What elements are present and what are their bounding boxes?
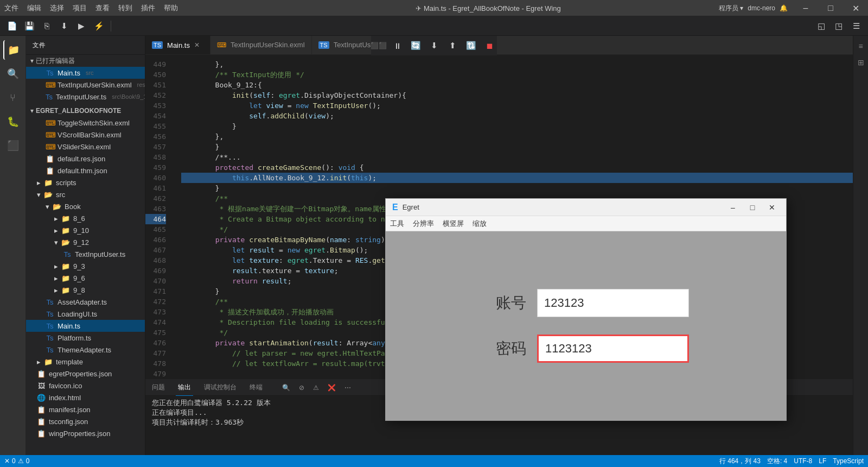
menu-item-help[interactable]: 帮助	[164, 3, 178, 13]
file-tsconfig[interactable]: 📋 tsconfig.json	[26, 415, 145, 427]
debug-reload-btn[interactable]: 🔄	[408, 38, 423, 53]
file-favicon[interactable]: 🖼 favicon.ico	[26, 380, 145, 392]
folder-912[interactable]: 📂 9_12	[26, 236, 145, 248]
outline-icon[interactable]: ⊞	[855, 56, 867, 68]
user-role-label[interactable]: 程序员 ▾	[719, 4, 743, 13]
file-default-res[interactable]: 📋 default.res.json	[26, 153, 145, 165]
open-editors-section[interactable]: 已打开编辑器	[26, 55, 145, 67]
folder-book[interactable]: 📂 Book	[26, 200, 145, 212]
minimap-icon[interactable]: ≡	[855, 40, 867, 52]
folder-src[interactable]: 📂 src	[26, 188, 145, 200]
file-textinputuserskin[interactable]: ⌨ TextInputUserSkin.exml resou...	[26, 79, 145, 91]
output-more-icon[interactable]: ⋯	[344, 384, 351, 392]
file-toggleswitch[interactable]: ⌨ ToggleSwitchSkin.exml	[26, 117, 145, 129]
tab-debug-console[interactable]: 调试控制台	[202, 380, 239, 396]
code-line-454: self.addChild(view);	[181, 111, 853, 121]
git-icon[interactable]: ⑂	[3, 88, 23, 108]
file-indexhtml[interactable]: 🌐 index.html	[26, 392, 145, 403]
minimize-button[interactable]: –	[793, 0, 818, 16]
file-default-thm[interactable]: 📋 default.thm.json	[26, 165, 145, 176]
search-icon[interactable]: 🔍	[3, 64, 23, 84]
error-icon[interactable]: ❌	[328, 384, 336, 392]
egret-minimize-button[interactable]: –	[725, 200, 741, 215]
folder-910[interactable]: 📁 9_10	[26, 224, 145, 236]
debug-pause-btn[interactable]: ⏸	[390, 38, 405, 53]
warning-icon[interactable]: ⚠	[313, 384, 319, 392]
ts-icon7: Ts	[46, 322, 54, 330]
close-button[interactable]: ✕	[843, 0, 868, 16]
language-mode[interactable]: TypeScript	[833, 457, 864, 465]
file-platform[interactable]: Ts Platform.ts	[26, 332, 145, 344]
tab-close-maints[interactable]: ✕	[194, 41, 200, 49]
debug-step-up-btn[interactable]: ⬆	[445, 38, 460, 53]
debug-restart-btn[interactable]: 🔃	[463, 38, 478, 53]
tab-textinputuserskin[interactable]: ⌨ TextInputUserSkin.exml	[210, 36, 312, 54]
file-textinputuser2[interactable]: Ts TextInputUser.ts	[26, 248, 145, 260]
project-section[interactable]: EGRET_ALLBOOKOFNOTE	[26, 105, 145, 117]
file-wingprops[interactable]: 📋 wingProperties.json	[26, 427, 145, 439]
lightning-button[interactable]: ⚡	[91, 18, 106, 34]
egret-menu-tools[interactable]: 工具	[390, 219, 404, 229]
extensions-icon[interactable]: ⬛	[3, 136, 23, 155]
file-assetadapter[interactable]: Ts AssetAdapter.ts	[26, 296, 145, 308]
file-manifest[interactable]: 📋 manifest.json	[26, 403, 145, 415]
folder-96[interactable]: 📁 9_6	[26, 272, 145, 284]
menu-item-plugins[interactable]: 插件	[141, 3, 155, 13]
tab-maints[interactable]: TS Main.ts ✕	[145, 36, 210, 54]
explorer-icon[interactable]: 📁	[3, 40, 23, 60]
menu-item-view[interactable]: 查看	[95, 3, 110, 13]
notification-bell-icon[interactable]: 🔔	[780, 4, 788, 12]
tab-problems[interactable]: 问题	[150, 380, 167, 396]
layout-menu-btn[interactable]: ☰	[848, 18, 864, 34]
folder-98[interactable]: 📁 9_8	[26, 284, 145, 296]
egret-menu-orientation[interactable]: 横竖屏	[443, 219, 464, 229]
line-ending[interactable]: LF	[819, 457, 826, 465]
file-vscrollbar[interactable]: ⌨ VScrollBarSkin.exml	[26, 129, 145, 141]
account-input[interactable]	[537, 289, 689, 317]
error-count[interactable]: ✕ 0 ⚠ 0	[4, 457, 29, 465]
file-loadingui[interactable]: Ts LoadingUI.ts	[26, 308, 145, 320]
encoding[interactable]: UTF-8	[794, 457, 812, 465]
download-button[interactable]: ⬇	[56, 18, 72, 34]
clear-icon[interactable]: ⊘	[299, 384, 304, 392]
debug-stop-btn[interactable]: ⬛⬛	[371, 38, 386, 53]
save-all-button[interactable]: ⎘	[39, 18, 54, 34]
tab-output[interactable]: 输出	[176, 380, 193, 396]
menu-item-file[interactable]: 文件	[4, 3, 18, 13]
cursor-position[interactable]: 行 464，列 43	[719, 457, 761, 466]
egret-menu-zoom[interactable]: 缩放	[473, 219, 487, 229]
menu-item-goto[interactable]: 转到	[118, 3, 132, 13]
menu-item-project[interactable]: 项目	[73, 3, 87, 13]
menu-item-select[interactable]: 选择	[50, 3, 64, 13]
folder-scripts[interactable]: 📁 scripts	[26, 176, 145, 188]
indent-spaces[interactable]: 空格: 4	[767, 457, 787, 466]
run-button[interactable]: ▶	[74, 18, 89, 34]
maximize-button[interactable]: □	[818, 0, 843, 16]
folder-template[interactable]: 📁 template	[26, 356, 145, 368]
file-textinputuser-ts[interactable]: Ts TextInputUser.ts src\Book\9_12	[26, 91, 145, 103]
project-arrow	[30, 107, 34, 115]
debug-end-btn[interactable]: ⏹	[482, 38, 497, 53]
menu-item-edit[interactable]: 编辑	[27, 3, 41, 13]
file-vslider[interactable]: ⌨ VSliderSkin.exml	[26, 141, 145, 153]
file-egretprops[interactable]: 📋 egretProperties.json	[26, 368, 145, 380]
egret-close-button[interactable]: ✕	[764, 200, 780, 215]
save-button[interactable]: 💾	[22, 18, 37, 34]
file-themeadapter[interactable]: Ts ThemeAdapter.ts	[26, 344, 145, 356]
debug-step-over-btn[interactable]: ⬇	[426, 38, 442, 53]
tab-terminal[interactable]: 终端	[247, 380, 265, 396]
layout-split-btn[interactable]: ◱	[814, 18, 829, 34]
layout-toggle-btn[interactable]: ◳	[831, 18, 846, 34]
file-maints2[interactable]: Ts Main.ts	[26, 320, 145, 332]
filter-icon[interactable]: 🔍	[282, 384, 290, 392]
egret-maximize-button[interactable]: □	[745, 200, 760, 215]
egret-menu-resolution[interactable]: 分辨率	[413, 219, 434, 229]
debug-icon[interactable]: 🐛	[3, 112, 23, 131]
egret-window-title: Egret	[403, 203, 721, 211]
file-main-ts[interactable]: Ts Main.ts src	[26, 67, 145, 79]
password-input[interactable]	[537, 335, 689, 363]
exml-icon: ⌨	[46, 119, 54, 127]
folder-86[interactable]: 📁 8_6	[26, 212, 145, 224]
new-file-button[interactable]: 📄	[4, 18, 20, 34]
folder-93[interactable]: 📁 9_3	[26, 260, 145, 272]
